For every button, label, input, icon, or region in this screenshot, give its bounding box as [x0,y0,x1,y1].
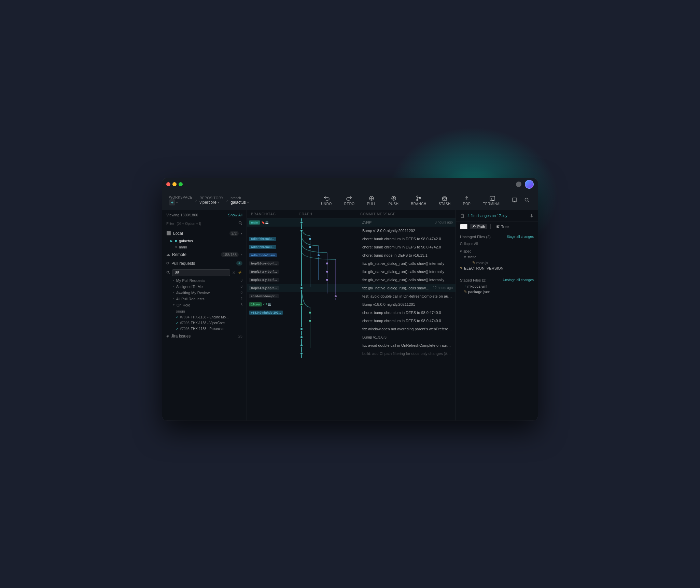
git-row-1[interactable]: Bump v18.0.0-nightly.20211202 [247,227,456,235]
undo-button[interactable]: UNDO [319,194,334,207]
git-row-14[interactable]: Bump v1.3.6.3 [247,333,456,341]
add-workspace-button[interactable]: + [169,199,175,205]
folder-spec[interactable]: ▾ spec [460,248,534,254]
active-branch-dot [175,240,177,242]
sidebar-search-button[interactable] [238,221,242,226]
section-divider [460,274,534,274]
collapse-all-button[interactable]: Collapse All [460,242,478,246]
commit-message-6: fix: gtk_native_dialog_run() calls show(… [360,270,456,274]
issues-icon: ◈ [166,334,169,338]
branch-name: galactus [230,200,246,205]
staged-file-package-json[interactable]: ✎ package.json [464,289,530,295]
sidebar-header: Viewing 1800/1800 Show All [162,210,247,220]
commit-message-15: fix: avoid double call in OnRefreshCompl… [360,343,456,347]
pr-section-header[interactable]: ⟳ Pull requests 4 [162,259,247,268]
sidebar-item-all-pull-requests[interactable]: › All Pull Requests 2 [162,296,247,302]
folder-static[interactable]: ▾ static [464,254,534,260]
commit-message-5: fix: gtk_native_dialog_run() calls show(… [360,261,456,266]
workspace-label: workspace [169,196,193,199]
git-row-13[interactable]: fix: window.open not overriding parent's… [247,325,456,333]
staged-header: Staged Files (2) Unstage all changes [460,278,534,282]
my-pr-count: 0 [240,278,242,282]
minimize-button[interactable] [172,182,177,186]
file-modified-icon: ✎ [472,261,475,264]
show-all-button[interactable]: Show All [228,213,242,217]
monitor-icon: ⬜ [166,231,171,235]
file-main-js[interactable]: ✎ main.js [472,260,534,266]
sort-az-button[interactable]: A/Z [460,224,467,229]
svg-line-19 [169,273,170,274]
stage-all-button[interactable]: Stage all changes [506,235,534,239]
commit-message-7: fix: gtk_native_dialog_run() calls show(… [360,278,456,282]
right-panel: 🗑 4 file changes on 17-x-y ⬇ A/Z Path | [456,210,538,420]
issues-row[interactable]: ◈ Jira Issues 23 [162,332,247,341]
pr-item-7094[interactable]: ✓ #7094 THX-1138 - Engine Mo... [162,314,247,320]
git-row-7[interactable]: trop/15-x-y-bp-fi... fix: gtk_native_dia… [247,276,456,284]
pr-number-7095b: #7095 [180,327,190,331]
file-main-js-label: main.js [476,261,488,265]
pull-button[interactable]: PULL [365,194,378,207]
path-view-button[interactable]: Path [470,224,487,229]
git-row-2[interactable]: roller/chromiu... chore: bumb chromium i… [247,235,456,243]
push-button[interactable]: PUSH [387,194,401,207]
git-row-9[interactable]: child-window-pr... test: avoid double ca… [247,292,456,300]
msg-16: build: add CI path filtering for docs-on… [362,352,453,356]
toolbar-actions: UNDO REDO PULL PUSH BRANCH [319,194,504,207]
git-row-wip[interactable]: main 🔖💻 //WIP 3 hours ago [247,218,456,227]
on-hold-count: 8 [240,303,242,307]
git-row-12[interactable]: chore: bump chromium in DEPS to 98.0.474… [247,317,456,325]
pop-button[interactable]: POP [461,194,473,207]
git-row-10[interactable]: 17-x-y ✓🖥💻 Bump v18.0.0-nightly.20211201 [247,300,456,309]
pr-filter-button[interactable]: ⚡ [238,270,242,275]
branch-section: branch galactus ▾ [230,196,258,205]
maximize-button[interactable] [179,182,183,186]
git-row-11[interactable]: v18.0.0-nightly-202... chore: bump chrom… [247,309,456,317]
branch-tag-child: child-window-pr... [249,294,279,298]
avatar[interactable] [525,180,534,189]
svg-line-17 [241,224,242,225]
search-button[interactable] [523,196,531,205]
main-branch-dot [175,246,177,248]
staged-file-mkdocs[interactable]: + mkdocs.yml [464,284,530,289]
tree-view-button[interactable]: Tree [494,224,511,229]
branch-tag-nightly: v18.0.0-nightly-202... [249,311,283,315]
separator-arrow-icon: › [195,198,197,203]
sidebar-item-assigned-to-me[interactable]: › Assigned To Me 0 [162,284,247,290]
download-button[interactable]: ⬇ [530,213,534,218]
git-row-6[interactable]: trop/17-x-y-bp-fi... fix: gtk_native_dia… [247,268,456,276]
view-divider: | [490,224,491,230]
redo-button[interactable]: REDO [342,194,357,207]
msg-12: chore: bump chromium in DEPS to 98.0.474… [362,319,441,323]
pr-item-7095a[interactable]: ✓ #7095 THX-1138 - ViperCore [162,320,247,326]
git-row-5[interactable]: trop/16-x-y-bp-fi... fix: gtk_native_dia… [247,259,456,268]
terminal-button[interactable]: TERMINAL [481,194,504,207]
message-column-header: COMMIT MESSAGE [360,212,396,216]
on-hold-section[interactable]: ▾ On Hold 8 [162,302,247,308]
git-row-3[interactable]: roller/chromiu... chore: bumb chromium i… [247,243,456,251]
close-button[interactable] [166,182,170,186]
pr-search-input[interactable] [172,269,230,276]
staged-section: Staged Files (2) Unstage all changes + m… [456,277,538,296]
chat-button[interactable] [510,196,519,205]
local-section-header[interactable]: ⬜ Local 2/2 ▾ [162,229,247,238]
remote-section-header[interactable]: ☁ Remote 188/188 ▸ [162,250,247,259]
branch-button[interactable]: BRANCH [409,194,428,207]
git-row-15[interactable]: fix: avoid double call in OnRefreshCompl… [247,341,456,349]
tree-icon [496,225,500,228]
pr-clear-button[interactable]: ✕ [232,270,236,275]
unstage-all-button[interactable]: Unstage all changes [503,278,534,282]
pr-item-7095b[interactable]: ✓ #7095 THX-1138 - Pulsechar [162,326,247,332]
git-row-16[interactable]: build: add CI path filtering for docs-on… [247,349,456,358]
sidebar-item-galactus[interactable]: ▶ galactus [162,238,247,244]
stash-button[interactable]: STASH [437,194,453,207]
file-electron-version[interactable]: ✎ ELECTRON_VERSION [460,266,534,271]
sidebar-item-awaiting-review[interactable]: › Awaiting My Review 0 [162,290,247,296]
git-row-4[interactable]: roller/node/main chore: bump node in DEP… [247,251,456,259]
discard-button[interactable]: 🗑 [460,213,465,218]
sidebar-item-main[interactable]: ▶ main [162,244,247,250]
commit-time-0: 3 hours ago [435,220,453,224]
git-row-8[interactable]: trop/14-x-y-bp-fi... fix: gtk_native_dia… [247,284,456,292]
msg-13: fix: window.open not overriding parent's… [362,327,453,331]
sidebar-item-my-pull-requests[interactable]: › My Pull Requests 0 [162,277,247,284]
file-tree-unstaged: ▾ spec ▾ static ✎ main.js [456,248,538,271]
